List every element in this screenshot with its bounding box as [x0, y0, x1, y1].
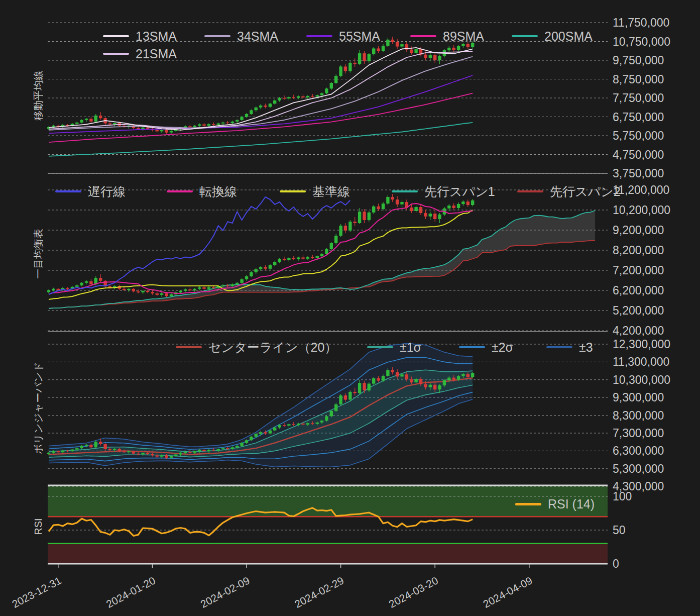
y-axis-label: 5,200,000	[613, 304, 664, 317]
y-axis-label: 50	[613, 524, 626, 537]
legend-swatch-sigma-3	[546, 346, 572, 348]
y-axis-label: 7,200,000	[613, 264, 664, 277]
legend-item-55sma: 55SMA	[306, 29, 380, 44]
legend-item-sigma-3: ±3	[546, 340, 593, 355]
y-axis-label: 7,300,000	[613, 427, 664, 440]
legend-item-200sma: 200SMA	[512, 29, 593, 44]
y-axis-label: 0	[613, 557, 619, 570]
legend-item-lagging-span: 遅行線	[55, 184, 126, 199]
legend-swatch-rsi-14	[515, 503, 541, 505]
y-axis-label: 3,750,000	[613, 167, 664, 180]
y-axis-label: 11,300,000	[613, 355, 669, 368]
y-axis-label: 6,300,000	[613, 444, 664, 457]
y-axis-label: 10,750,000	[613, 35, 670, 48]
y-axis-label: 10,200,000	[613, 203, 670, 217]
legend-swatch-34sma	[204, 35, 230, 37]
legend-swatch-conversion-line	[167, 190, 193, 192]
legend-item-leading-span-1: 先行スパン1	[392, 184, 495, 199]
legend-item-sigma-1: ±1σ	[367, 340, 421, 355]
legend-item-base-line: 基準線	[280, 184, 350, 199]
y-axis-label: 11,750,000	[613, 16, 669, 29]
y-axis-label: 5,750,000	[613, 129, 664, 142]
legend-item-leading-span-2: 先行スパン2	[517, 184, 621, 199]
legend-item-sigma-2: ±2σ	[459, 340, 513, 355]
legend-swatch-21sma	[103, 53, 129, 55]
y-axis-label: 9,300,000	[613, 391, 664, 404]
y-axis-label: 6,200,000	[613, 284, 664, 297]
y-axis-label: 10,300,000	[613, 373, 670, 386]
legend-swatch-leading-span-1	[392, 190, 418, 192]
legend-swatch-center-line	[176, 346, 202, 348]
legend-swatch-base-line	[280, 190, 306, 192]
y-axis-label: 6,750,000	[613, 111, 664, 124]
legend-swatch-200sma	[512, 35, 538, 37]
legend-swatch-lagging-span	[55, 190, 81, 192]
legend-swatch-sigma-2	[459, 346, 485, 348]
y-axis-label: 8,200,000	[613, 244, 664, 257]
y-axis-label: 100	[613, 490, 632, 503]
y-axis-label: 9,750,000	[613, 54, 664, 67]
legend-swatch-leading-span-2	[517, 190, 543, 192]
y-axis-label: 7,750,000	[613, 91, 664, 105]
y-axis-label: 12,300,000	[613, 338, 670, 351]
panel-title-ichimoku: 一目均衡表	[32, 229, 45, 279]
legend-swatch-sigma-1	[367, 346, 393, 348]
chart-background	[0, 0, 700, 616]
legend-item-89sma: 89SMA	[410, 29, 484, 44]
legend-item-21sma: 21SMA	[103, 46, 177, 61]
legend-swatch-13sma	[103, 35, 129, 37]
panel-title-rsi: RSI	[33, 518, 44, 535]
legend-item-conversion-line: 転換線	[167, 184, 237, 199]
legend-swatch-89sma	[410, 35, 436, 37]
legend-item-rsi-14: RSI (14)	[515, 496, 595, 511]
y-axis-label: 4,200,000	[613, 324, 664, 337]
legend-swatch-55sma	[306, 35, 332, 37]
y-axis-label: 11,200,000	[613, 183, 669, 196]
legend-item-34sma: 34SMA	[204, 29, 278, 44]
y-axis-label: 5,300,000	[613, 462, 664, 475]
panel-title-bollinger: ボリンジャーバンド	[32, 362, 45, 454]
legend-item-center-line: センターライン（20）	[176, 340, 337, 355]
y-axis-label: 4,750,000	[613, 148, 664, 161]
panel-title-moving-averages: 移動平均線	[32, 70, 45, 121]
technical-analysis-chart: 11,750,00010,750,0009,750,0008,750,0007,…	[0, 0, 700, 616]
y-axis-label: 8,300,000	[613, 409, 664, 422]
legend-item-13sma: 13SMA	[103, 29, 177, 44]
y-axis-label: 8,750,000	[613, 73, 664, 86]
y-axis-label: 9,200,000	[613, 224, 664, 237]
